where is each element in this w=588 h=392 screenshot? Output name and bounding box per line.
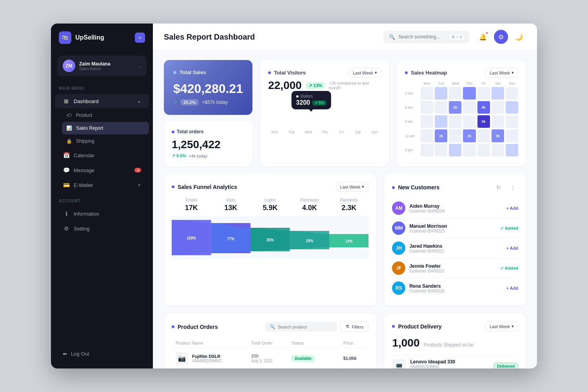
more-options-button[interactable]: ⋮ (507, 182, 518, 193)
logo-icon: 🛍 (59, 31, 71, 44)
bar-day-label: Thu (322, 130, 328, 134)
bar-day-label: Fri (339, 130, 344, 134)
delivered-badge: Delivered (494, 363, 518, 369)
customer-id: Customer ID#00224 (409, 209, 502, 213)
funnel-dropdown[interactable]: Last Week ▾ (336, 182, 369, 192)
chart-bar-group: Wed (301, 129, 315, 134)
customer-item: JH Jared Hawkins Customer ID#00221 + Add (392, 238, 518, 258)
sidebar: 🛍 UpSelling « ZM Zaim Maulana Sales Admi… (51, 24, 153, 368)
sales-heatmap-card: Sales Heatmap Last Week ▾ MonTueWedThuFr… (397, 60, 526, 166)
chevron-down-icon: ▾ (375, 70, 377, 75)
customer-id: Customer ID#00223 (409, 229, 496, 233)
funnel-stage: Logins 5.9K (250, 198, 290, 213)
product-search-bar[interactable]: 🔍 (265, 322, 337, 332)
visitors-dropdown[interactable]: Last Week ▾ (348, 68, 381, 78)
customer-item: RS Rena Sanders Customer ID#00220 + Add (392, 278, 518, 298)
message-icon: 💬 (63, 167, 70, 174)
filter-button[interactable]: ⚗ Filters (340, 321, 368, 332)
sales-report-icon: 📊 (66, 125, 72, 131)
sidebar-item-information[interactable]: ℹ Information (55, 207, 149, 221)
customer-name: Manuel Morrison (409, 223, 496, 229)
dashboard-icon: ⊞ (63, 98, 70, 105)
funnel-label: Sales Funnel Analytics (178, 184, 237, 190)
svg-text:14%: 14% (345, 239, 352, 243)
customer-name: Jennie Fowler (409, 263, 496, 269)
theme-toggle-button[interactable]: 🌙 (512, 30, 526, 44)
chart-bar-group: Sun (368, 129, 381, 134)
heatmap-row-label: 6 am (405, 105, 419, 109)
col-status: Status (288, 338, 339, 348)
bar-day-label: Tue (289, 130, 294, 134)
sidebar-item-product[interactable]: 🏷 Product (62, 109, 149, 122)
sidebar-item-shipping[interactable]: 🔒 Shipping (62, 135, 149, 147)
customer-name: Rena Sanders (409, 283, 502, 289)
heatmap-cell (421, 115, 433, 128)
heatmap-dropdown[interactable]: Last Week ▾ (485, 68, 518, 78)
chevron-up-icon: ▲ (137, 99, 141, 103)
heatmap-cell: 2k (449, 101, 461, 114)
heatmap-cell (506, 144, 518, 156)
total-sales-label: Total Sales (180, 69, 206, 75)
third-row: Product Orders 🔍 ⚗ Filters (164, 314, 526, 368)
col-product-name: Product Name (172, 338, 247, 348)
heatmap-row-label: 12 am (405, 134, 419, 138)
notification-button[interactable]: 🔔 (476, 30, 490, 44)
delivery-dropdown[interactable]: Last Week ▾ (485, 321, 518, 331)
sidebar-item-message[interactable]: 💬 Message 3 (55, 163, 149, 177)
customers-header: New Customers ↻ ⋮ (392, 182, 518, 193)
sidebar-item-sales-report[interactable]: 📊 Sales Report (62, 122, 149, 134)
search-input[interactable] (398, 34, 445, 40)
heatmap-row-label: 9 am (405, 120, 419, 123)
add-customer-button[interactable]: + Add (506, 206, 518, 211)
collapse-button[interactable]: « (135, 33, 145, 43)
customer-item: MM Manuel Morrison Customer ID#00223 ✓ A… (392, 218, 518, 238)
total-sales-value: $420,280.21 (173, 82, 243, 96)
customers-label: New Customers (398, 184, 439, 191)
customer-info: Manuel Morrison Customer ID#00223 (409, 223, 496, 233)
total-visitors-card: Total Visitors Last Week ▾ 22,000 ↗ 13% … (260, 60, 389, 166)
refresh-button[interactable]: ↻ (493, 182, 504, 193)
delivery-item: 💻 Lenovo Ideapad 330 #AA66B209MNC To: Ja… (392, 355, 518, 368)
new-customers-card: New Customers ↻ ⋮ AM Aiden Murray Custom… (384, 174, 526, 306)
add-customer-button[interactable]: + Add (506, 286, 518, 290)
heatmap-cell (435, 87, 447, 100)
delivery-dot (392, 325, 395, 328)
heatmap-cell: 2k (463, 129, 475, 142)
chevron-down-icon: ⌄ (138, 64, 141, 68)
product-delivery-card: Product Delivery Last Week ▾ 1,000 Produ… (384, 314, 526, 368)
svg-text:100%: 100% (187, 236, 196, 240)
delivery-info: Lenovo Ideapad 330 #AA66B209MNC To: Jaso… (410, 359, 490, 368)
bar-day-label: Mon (271, 130, 278, 134)
sidebar-item-calendar[interactable]: 📅 Calendar (55, 148, 149, 162)
svg-text:35%: 35% (267, 238, 274, 242)
visitors-dot (268, 71, 271, 74)
sidebar-item-dashboard[interactable]: ⊞ Dashboard ▲ (55, 94, 149, 108)
heatmap-cell (463, 101, 475, 114)
heatmap-cell (506, 87, 518, 100)
heatmap-cell (435, 101, 447, 114)
sidebar-item-setting[interactable]: ⚙ Setting (55, 221, 149, 236)
logout-button[interactable]: ⬅ Log Out (55, 347, 149, 361)
sidebar-header: 🛍 UpSelling « (51, 24, 153, 52)
page-title: Sales Report Dashboard (164, 33, 377, 42)
total-sales-card: Total Sales $420,280.21 ↗ 25.2% +$57k to… (164, 60, 252, 115)
customer-info: Rena Sanders Customer ID#00220 (409, 283, 502, 293)
heatmap-header: Sales Heatmap Last Week ▾ (405, 68, 518, 78)
main-menu-label: Main Menu (51, 80, 153, 94)
product-icon: 🏷 (66, 112, 72, 118)
added-indicator: ✓ Added (500, 266, 518, 271)
customer-id: Customer ID#00220 (409, 289, 502, 293)
sidebar-item-ewallet[interactable]: 💳 E-Wallet ▼ (55, 178, 149, 192)
heatmap-cell (506, 101, 518, 114)
heatmap-cell (463, 87, 475, 100)
settings-button[interactable]: ⚙ (494, 30, 508, 44)
chevron-down-icon: ▾ (362, 184, 364, 189)
total-sales-header: Total Sales (173, 69, 243, 75)
user-section[interactable]: ZM Zaim Maulana Sales Admin ⌄ (57, 56, 147, 76)
heatmap-cell (449, 129, 461, 142)
left-column: Total Sales $420,280.21 ↗ 25.2% +$57k to… (164, 60, 252, 166)
svg-text:24%: 24% (306, 238, 313, 243)
product-search-input[interactable] (278, 325, 332, 329)
add-customer-button[interactable]: + Add (506, 246, 518, 250)
search-bar[interactable]: 🔍 ⌘ + K (383, 31, 470, 44)
